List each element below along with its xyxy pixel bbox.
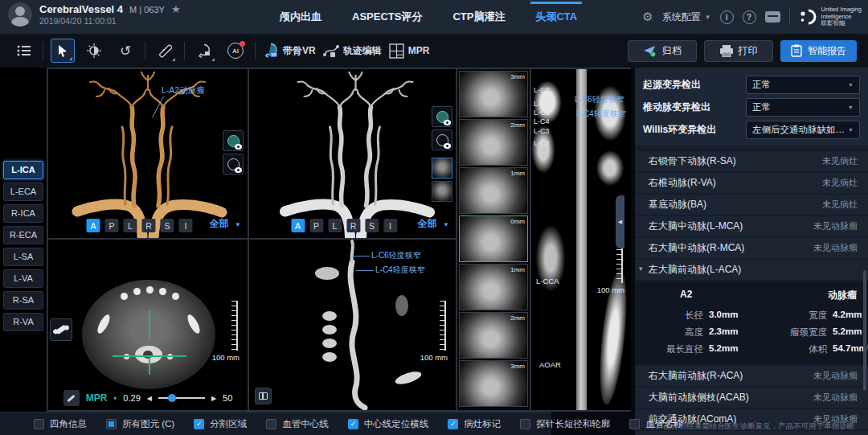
render-mode-dropdown[interactable]: MPR [86,392,108,404]
ai-detect-icon[interactable]: AI [223,39,248,63]
orientation-button-P[interactable]: P [104,219,118,232]
display-option[interactable]: ✓中心线定位横线 [348,418,429,430]
bone-visibility-button[interactable] [50,318,72,341]
vr-color-viewport[interactable]: L-A2动脉瘤 APLRSI 全部 ▼ [48,69,248,238]
orientation-button-S[interactable]: S [160,219,174,232]
axial-viewport[interactable]: 100 mm MPR ▾ 0.29 ◀ ▶ 50 [48,240,248,410]
probe-thumbnail[interactable]: 1mm [459,167,528,214]
smart-report-button[interactable]: 智能报告 [780,40,857,62]
vessel-row[interactable]: 右椎动脉(R-VA)未见病灶 [635,173,868,193]
info-icon[interactable]: i [720,10,734,24]
preset-thumbnail[interactable] [432,181,452,202]
display-option[interactable]: 血管名称 [629,418,682,430]
orientation-button-R[interactable]: R [141,219,155,232]
willis-variant-select[interactable]: 左侧后交通动脉缺如,右侧...▼ [746,121,860,139]
probe-thumbnail[interactable]: 2mm [459,312,528,359]
panel-collapse-handle[interactable]: ◀ [616,195,624,248]
module-tab[interactable]: 颅内出血 [280,10,321,24]
stenosis-annotation[interactable]: L-C6轻度狭窄 [371,250,421,261]
probe-edit-icon[interactable] [63,390,80,406]
vessel-row[interactable]: 右锁骨下动脉(R-SA)未见病灶 [635,151,868,171]
bone-vr-button[interactable]: VR 带骨VR [263,43,316,59]
feedback-chat-icon[interactable] [765,11,780,23]
vessel-row[interactable]: 右大脑前动脉(R-ACA)未见动脉瘤 [635,366,868,386]
display-option[interactable]: ✓病灶标记 [448,418,501,430]
probe-head-icon[interactable] [192,39,216,63]
collapse-caret-icon[interactable]: ▾ [639,265,643,273]
coronal-viewport[interactable]: L-C6轻度狭窄 L-C4轻度狭窄 100 mm [249,240,456,410]
vessel-row[interactable]: 基底动脉(BA)未见病灶 [635,195,868,215]
sidebar-item-r-ica[interactable]: R-ICA [3,204,43,223]
show-vessel-view-button[interactable] [432,106,452,127]
vr-gray-viewport[interactable]: APLRSI 全部 ▼ [249,69,456,238]
sidebar-item-l-ica[interactable]: L-ICA [3,161,43,179]
slider-decrease-icon[interactable]: ◀ [147,395,152,402]
vessel-row[interactable]: 大脑前动脉侧枝(ACAB)未见动脉瘤 [635,388,868,408]
series-list-icon[interactable] [11,39,35,63]
gear-icon[interactable]: ⚙ [642,10,653,24]
aneurysm-annotation[interactable]: L-A2动脉瘤 [162,85,205,96]
orientation-button-I[interactable]: I [178,219,192,232]
probe-thumbnail[interactable]: 0mm [459,215,528,262]
pointer-tool-icon[interactable] [51,39,75,63]
display-option[interactable]: 血管中心线 [266,418,329,430]
patient-avatar-icon[interactable] [8,2,32,27]
layout-switch-button[interactable] [255,388,272,404]
hide-vessel-view-button[interactable] [223,154,244,174]
orientation-button-S[interactable]: S [365,219,379,232]
probe-thumbnail[interactable]: 2mm [459,119,528,166]
checkbox-checked[interactable]: ✓ [348,419,358,429]
slider-increase-icon[interactable]: ▶ [211,395,216,402]
checkbox-unchecked[interactable] [629,419,640,429]
checkbox-unchecked[interactable] [520,419,530,429]
help-icon[interactable]: ? [743,10,756,24]
origin-variant-select[interactable]: 正常▼ [746,76,860,94]
print-button[interactable]: 打印 [704,40,773,62]
orientation-button-R[interactable]: R [346,219,360,232]
display-option[interactable]: 四角信息 [34,418,87,430]
module-tab[interactable]: ASPECTS评分 [352,10,422,24]
orientation-button-I[interactable]: I [383,219,397,232]
checkbox-unchecked[interactable] [34,419,44,429]
vessel-row[interactable]: ▾左大脑前动脉(L-ACA) [635,260,868,280]
chevron-down-icon[interactable]: ▼ [705,14,711,21]
stenosis-annotation[interactable]: L-C4轻度狭窄 [375,265,425,276]
orientation-button-A[interactable]: A [86,219,100,232]
caret-down-icon[interactable]: ▾ [113,395,117,402]
orientation-button-L[interactable]: L [123,219,137,232]
sidebar-item-l-va[interactable]: L-VA [3,269,43,288]
display-option[interactable]: ✓分割区域 [194,418,247,430]
slider-thumb[interactable] [168,394,176,402]
vessel-row[interactable]: 右大脑中动脉(R-MCA)未见动脉瘤 [635,238,868,258]
sidebar-item-l-eca[interactable]: L-ECA [3,183,43,201]
findings-scrollbar[interactable] [863,270,866,391]
orientation-button-A[interactable]: A [291,219,305,232]
measure-ruler-icon[interactable] [153,39,177,63]
sidebar-item-l-sa[interactable]: L-SA [3,248,43,266]
mpr-layout-button[interactable]: MPR MPR [389,43,430,59]
sidebar-item-r-va[interactable]: R-VA [3,313,43,331]
sidebar-item-r-sa[interactable]: R-SA [3,291,43,310]
show-vessel-view-button[interactable] [223,130,244,151]
favorite-star-icon[interactable]: ★ [171,3,181,15]
stenosis-annotation[interactable]: L-C4轻度狭窄 [576,109,626,120]
reset-view-icon[interactable]: ↺ [113,39,137,63]
checkbox-checked[interactable]: ✓ [194,419,204,429]
archive-button[interactable]: 归档 [628,40,697,62]
preset-thumbnail-selected[interactable] [432,158,452,179]
checkbox-unchecked[interactable] [266,419,276,429]
vertebral-variant-select[interactable]: 正常▼ [746,98,860,117]
orientation-button-P[interactable]: P [309,219,323,232]
window-level-icon[interactable] [82,39,106,63]
probe-thumbnail[interactable]: 1mm [459,264,528,310]
module-tab[interactable]: CTP脑灌注 [452,10,505,24]
checkbox-checked[interactable]: ✓ [448,419,458,429]
vessel-row[interactable]: 左大脑中动脉(L-MCA)未见动脉瘤 [635,216,868,236]
display-option[interactable]: 所有图元 (C) [106,418,174,430]
checkbox-filled[interactable] [106,419,117,429]
system-config-label[interactable]: 系统配置 [662,10,701,24]
vessel-filter-dropdown[interactable]: 全部 ▼ [210,217,241,231]
stenosis-annotation[interactable]: L-C6轻度狭窄 [575,94,624,105]
orientation-button-L[interactable]: L [328,219,342,232]
trajectory-edit-button[interactable]: 轨迹编辑 [323,43,382,58]
